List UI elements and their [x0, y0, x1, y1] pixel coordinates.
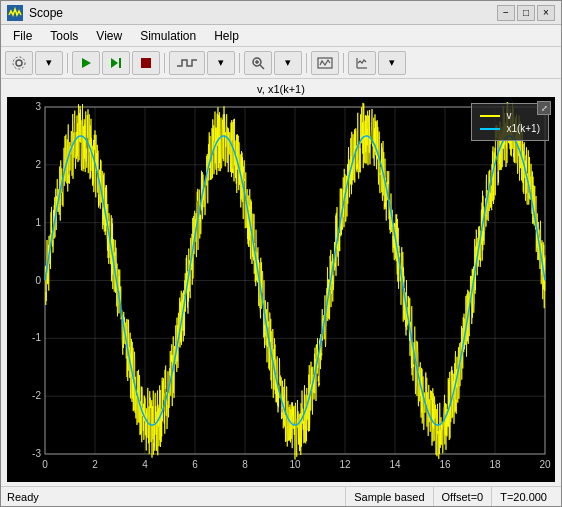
window-title: Scope — [29, 6, 63, 20]
legend-item-v: v — [480, 110, 540, 121]
status-sample-based: Sample based — [345, 487, 432, 506]
svg-rect-6 — [141, 58, 151, 68]
plot-title: v, x1(k+1) — [5, 83, 557, 95]
scope-canvas — [7, 97, 555, 482]
menu-tools[interactable]: Tools — [42, 27, 86, 45]
step-button[interactable] — [102, 51, 130, 75]
svg-point-1 — [16, 60, 22, 66]
separator-5 — [343, 53, 344, 73]
legend-item-x1: x1(k+1) — [480, 123, 540, 134]
svg-point-2 — [13, 57, 25, 69]
toolbar-arrow-btn4[interactable]: ▾ — [378, 51, 406, 75]
legend-label-v: v — [506, 110, 511, 121]
legend-line-v — [480, 115, 500, 117]
menu-view[interactable]: View — [88, 27, 130, 45]
status-ready: Ready — [7, 491, 345, 503]
svg-line-8 — [260, 65, 264, 69]
toolbar-arrow-btn3[interactable]: ▾ — [274, 51, 302, 75]
title-bar: Scope − □ × — [1, 1, 561, 25]
separator-3 — [239, 53, 240, 73]
toolbar: ▾ ▾ ▾ ▾ — [1, 47, 561, 79]
settings-button[interactable] — [5, 51, 33, 75]
menu-help[interactable]: Help — [206, 27, 247, 45]
plot-area: v, x1(k+1) v x1(k+1) ⤢ — [1, 79, 561, 486]
autoscale-button[interactable] — [311, 51, 339, 75]
svg-marker-4 — [111, 58, 118, 68]
title-bar-left: Scope — [7, 5, 63, 21]
separator-2 — [164, 53, 165, 73]
expand-plot-button[interactable]: ⤢ — [537, 101, 551, 115]
legend-label-x1: x1(k+1) — [506, 123, 540, 134]
legend-line-x1 — [480, 128, 500, 130]
menu-file[interactable]: File — [5, 27, 40, 45]
stop-button[interactable] — [132, 51, 160, 75]
toolbar-arrow-btn2[interactable]: ▾ — [207, 51, 235, 75]
close-button[interactable]: × — [537, 5, 555, 21]
menu-bar: File Tools View Simulation Help — [1, 25, 561, 47]
separator-4 — [306, 53, 307, 73]
zoom-button[interactable] — [244, 51, 272, 75]
axes-button[interactable] — [348, 51, 376, 75]
toolbar-arrow-btn[interactable]: ▾ — [35, 51, 63, 75]
scope-icon — [7, 5, 23, 21]
separator-1 — [67, 53, 68, 73]
svg-rect-5 — [119, 58, 121, 68]
svg-marker-3 — [82, 58, 91, 68]
app-window: Scope − □ × File Tools View Simulation H… — [0, 0, 562, 507]
menu-simulation[interactable]: Simulation — [132, 27, 204, 45]
title-controls: − □ × — [497, 5, 555, 21]
status-time: T=20.000 — [491, 487, 555, 506]
minimize-button[interactable]: − — [497, 5, 515, 21]
plot-container: v x1(k+1) ⤢ — [7, 97, 555, 482]
maximize-button[interactable]: □ — [517, 5, 535, 21]
status-offset: Offset=0 — [433, 487, 492, 506]
play-button[interactable] — [72, 51, 100, 75]
status-bar: Ready Sample based Offset=0 T=20.000 — [1, 486, 561, 506]
signal-button[interactable] — [169, 51, 205, 75]
